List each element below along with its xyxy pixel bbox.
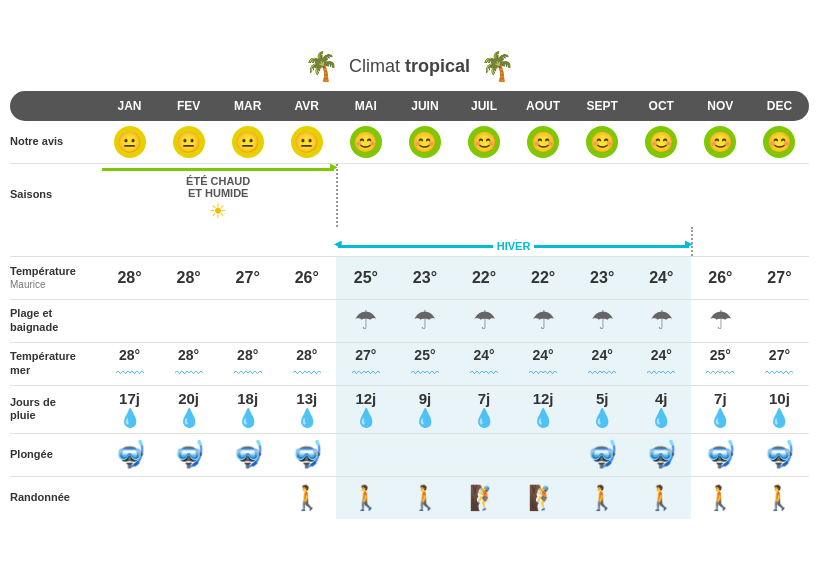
plage-mai: ☂	[336, 300, 395, 342]
page-title: Climat tropical	[349, 56, 470, 77]
header-mai: MAI	[336, 91, 395, 121]
rando-mar	[218, 477, 277, 519]
saisons-ete-area: ▶ ÉTÉ CHAUD ET HUMIDE ☀	[100, 164, 336, 227]
temp-juin: 23°	[395, 257, 454, 299]
hiker-oct-icon: 🚶	[646, 484, 676, 512]
temp-jan: 28°	[100, 257, 159, 299]
plage-aout: ☂	[514, 300, 573, 342]
rando-jan	[100, 477, 159, 519]
pluie-juil: 7j💧	[454, 386, 513, 433]
temp-mer-label-cell: Température mer	[10, 343, 100, 385]
hiker-nov-icon: 🚶	[705, 484, 735, 512]
rando-avr: 🚶	[277, 477, 336, 519]
tmer-avr: 28°〰〰	[277, 343, 336, 385]
hiver-label: HIVER	[493, 240, 535, 252]
pluie-oct: 4j💧	[632, 386, 691, 433]
rando-dec: 🚶	[750, 477, 809, 519]
plage-label: Plage et	[10, 307, 96, 320]
snorkel-fev-icon: 🤿	[173, 439, 205, 470]
tmer-jan: 28°〰〰	[100, 343, 159, 385]
pluie-sept: 5j💧	[573, 386, 632, 433]
palm-left-icon: 🌴	[304, 50, 339, 83]
avis-nov: 😊	[691, 121, 750, 163]
temp-dec: 27°	[750, 257, 809, 299]
saisons-hiver-area: ☁ ◀ HIVER ▶	[336, 227, 691, 256]
ete-text-area: ÉTÉ CHAUD ET HUMIDE ☀	[102, 175, 334, 223]
avis-juil: 😊	[454, 121, 513, 163]
plage-mar	[218, 300, 277, 342]
smiley-mai: 😊	[350, 126, 382, 158]
header-dec: DEC	[750, 91, 809, 121]
temp-sublabel: Maurice	[10, 279, 96, 290]
pluie-label2: pluie	[10, 409, 96, 422]
wave-jan: 〰〰	[116, 365, 144, 381]
plongee-sept: 🤿	[573, 434, 632, 476]
plongee-juil	[454, 434, 513, 476]
plongee-oct: 🤿	[632, 434, 691, 476]
tmer-juil: 24°〰〰	[454, 343, 513, 385]
plongee-fev: 🤿	[159, 434, 218, 476]
drop-avr: 💧	[296, 407, 318, 429]
rando-nov: 🚶	[691, 477, 750, 519]
umbrella-nov-icon: ☂	[709, 305, 732, 336]
tmer-fev: 28°〰〰	[159, 343, 218, 385]
wave-juin: 〰〰	[411, 365, 439, 381]
snorkel-avr-icon: 🤿	[291, 439, 323, 470]
plage-jan	[100, 300, 159, 342]
ete-label2: ET HUMIDE	[188, 187, 249, 199]
tmer-dec: 27°〰〰	[750, 343, 809, 385]
smiley-mar: 😐	[232, 126, 264, 158]
smiley-juil: 😊	[468, 126, 500, 158]
plongee-label-cell: Plongée	[10, 434, 100, 476]
rando-oct: 🚶	[632, 477, 691, 519]
rando-aout: 🧗	[514, 477, 573, 519]
temp-sept: 23°	[573, 257, 632, 299]
tmer-sept: 24°〰〰	[573, 343, 632, 385]
header-nov: NOV	[691, 91, 750, 121]
avis-jan: 😐	[100, 121, 159, 163]
saisons-dec-empty	[750, 227, 809, 256]
snorkel-nov-icon: 🤿	[704, 439, 736, 470]
smiley-juin: 😊	[409, 126, 441, 158]
pluie-dec: 10j💧	[750, 386, 809, 433]
pluie-nov: 7j💧	[691, 386, 750, 433]
saisons-may-dot	[336, 164, 395, 227]
plongee-aout	[514, 434, 573, 476]
temp-mar: 27°	[218, 257, 277, 299]
drop-jan: 💧	[119, 407, 141, 429]
hiker-juin-icon: 🚶	[410, 484, 440, 512]
snorkel-oct-icon: 🤿	[645, 439, 677, 470]
hiker-mai-icon: 🚶	[351, 484, 381, 512]
temp-nov: 26°	[691, 257, 750, 299]
header-aout: AOUT	[514, 91, 573, 121]
avis-dec: 😊	[750, 121, 809, 163]
temp-avr: 26°	[277, 257, 336, 299]
plongee-dec: 🤿	[750, 434, 809, 476]
hiker-sept-icon: 🚶	[587, 484, 617, 512]
main-container: 🌴 Climat tropical 🌴 JAN FEV MAR AVR MAI …	[10, 50, 809, 519]
wave-avr: 〰〰	[293, 365, 321, 381]
temp-oct: 24°	[632, 257, 691, 299]
avis-fev: 😐	[159, 121, 218, 163]
avis-juin: 😊	[395, 121, 454, 163]
plage-juil: ☂	[454, 300, 513, 342]
umbrella-oct-icon: ☂	[650, 305, 673, 336]
pluie-label: Jours de	[10, 396, 96, 409]
temp-label-cell: Température Maurice	[10, 257, 100, 299]
saisons-nov-dot	[691, 227, 750, 256]
temp-fev: 28°	[159, 257, 218, 299]
pluie-fev: 20j💧	[159, 386, 218, 433]
hiver-line: ◀ HIVER ▶	[338, 245, 689, 248]
header-avr: AVR	[277, 91, 336, 121]
avis-aout: 😊	[514, 121, 573, 163]
smiley-oct: 😊	[645, 126, 677, 158]
header-mar: MAR	[218, 91, 277, 121]
wave-fev: 〰〰	[175, 365, 203, 381]
pluie-mai: 12j💧	[336, 386, 395, 433]
plongee-mai	[336, 434, 395, 476]
ete-label: ÉTÉ CHAUD	[186, 175, 250, 187]
avis-sept: 😊	[573, 121, 632, 163]
header-oct: OCT	[632, 91, 691, 121]
smiley-aout: 😊	[527, 126, 559, 158]
plongee-avr: 🤿	[277, 434, 336, 476]
